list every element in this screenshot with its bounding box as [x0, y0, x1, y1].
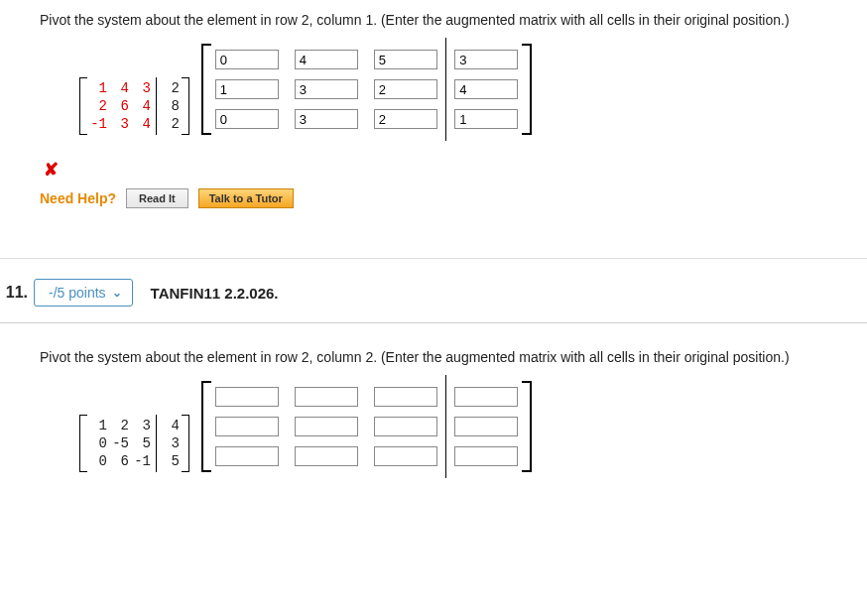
matrix-cell: 2: [160, 79, 182, 97]
answer-cell[interactable]: [295, 79, 358, 99]
answer-cell[interactable]: [295, 50, 358, 69]
matrix-cell: -1: [87, 115, 109, 133]
answer-cell[interactable]: [374, 109, 437, 129]
matrix-cell: 5: [160, 452, 182, 470]
matrix-cell: 3: [109, 115, 131, 133]
matrix-cell: 4: [109, 79, 131, 97]
answer-cell[interactable]: [454, 109, 518, 129]
matrix-cell: 1: [87, 417, 109, 434]
answer-cell[interactable]: [454, 79, 518, 99]
help-row: Need Help? Read It Talk to a Tutor: [40, 188, 839, 208]
incorrect-icon: ✘: [44, 159, 839, 181]
question-prompt: Pivot the system about the element in ro…: [40, 12, 839, 28]
question-2-body: Pivot the system about the element in ro…: [0, 337, 867, 508]
answer-matrix: [201, 381, 533, 472]
given-matrix: 1 2 3 0 -5 5 0 6 -1: [79, 415, 189, 472]
chevron-down-icon: ⌄: [112, 286, 122, 300]
answer-cell[interactable]: [374, 387, 437, 407]
question-number: 11.: [0, 284, 34, 302]
matrix-cell: 2: [87, 97, 109, 115]
answer-cell[interactable]: [215, 79, 279, 99]
matrix-cell: 0: [87, 452, 109, 470]
points-dropdown[interactable]: -/5 points ⌄: [34, 279, 133, 307]
question-1-body: Pivot the system about the element in ro…: [0, 0, 867, 228]
matrix-cell: -1: [131, 452, 153, 470]
matrix-cell: 5: [131, 434, 153, 452]
answer-cell[interactable]: [295, 387, 358, 407]
answer-cell[interactable]: [215, 50, 279, 69]
need-help-label: Need Help?: [40, 190, 116, 206]
answer-cell[interactable]: [454, 387, 518, 407]
matrix-cell: 8: [160, 97, 182, 115]
answer-matrix: [201, 44, 533, 135]
answer-cell[interactable]: [374, 79, 437, 99]
matrix-cell: 4: [131, 115, 153, 133]
answer-cell[interactable]: [374, 50, 437, 69]
matrix-cell: 4: [160, 417, 182, 434]
matrix-cell: 0: [87, 434, 109, 452]
answer-cell[interactable]: [215, 446, 279, 466]
answer-cell[interactable]: [374, 417, 437, 436]
question-prompt: Pivot the system about the element in ro…: [40, 349, 839, 365]
answer-cell[interactable]: [295, 417, 358, 436]
answer-cell[interactable]: [374, 446, 437, 466]
matrix-cell: 4: [131, 97, 153, 115]
matrix-cell: 3: [160, 434, 182, 452]
matrix-cell: 3: [131, 417, 153, 434]
matrix-cell: 2: [109, 417, 131, 434]
points-label: -/5 points: [49, 285, 106, 301]
matrix-cell: 1: [87, 79, 109, 97]
answer-cell[interactable]: [454, 50, 518, 69]
given-matrix: 1 4 3 2 6 4 -1 3 4: [79, 77, 189, 135]
matrix-cell: 2: [160, 115, 182, 133]
matrix-cell: -5: [109, 434, 131, 452]
answer-cell[interactable]: [295, 109, 358, 129]
answer-cell[interactable]: [454, 446, 518, 466]
answer-cell[interactable]: [215, 109, 279, 129]
answer-cell[interactable]: [215, 417, 279, 436]
read-it-button[interactable]: Read It: [126, 188, 188, 208]
matrix-cell: 6: [109, 97, 131, 115]
matrix-cell: 3: [131, 79, 153, 97]
talk-to-tutor-button[interactable]: Talk to a Tutor: [198, 188, 294, 208]
answer-cell[interactable]: [215, 387, 279, 407]
answer-cell[interactable]: [454, 417, 518, 436]
answer-cell[interactable]: [295, 446, 358, 466]
matrix-cell: 6: [109, 452, 131, 470]
book-reference: TANFIN11 2.2.026.: [151, 285, 279, 302]
question-2-header: 11. -/5 points ⌄ TANFIN11 2.2.026.: [0, 259, 867, 320]
